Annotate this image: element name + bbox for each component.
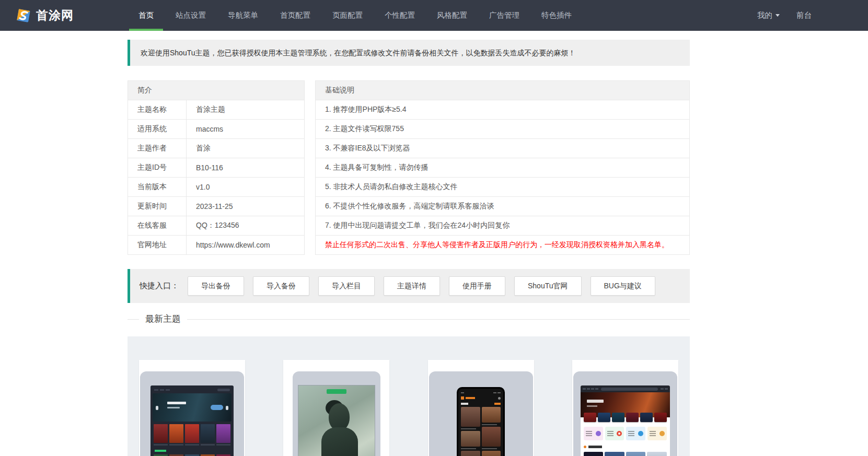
nav-item-1[interactable]: 站点设置 [165,0,217,31]
nav-menu: 首页站点设置导航菜单首页配置页面配置个性配置风格配置广告管理特色插件 [128,0,583,31]
notes-row-5: 6. 不提供个性化修改服务，高端定制请联系客服洽谈 [316,197,690,216]
device-frame-tablet-light [573,371,677,456]
quick-entry-bar: 快捷入口： 导出备份导入备份导入栏目主题详情使用手册ShouTu官网BUG与建议 [128,269,690,303]
quick-entry-label: 快捷入口： [140,281,179,291]
preview-art: 主题名称首涂主题适用系统maccms主题作者首涂主题ID号B10-116当前版本… [128,100,305,255]
quick-button-6[interactable]: BUG与建议 [591,276,655,296]
intro-label: 主题ID号 [128,158,187,178]
intro-row-1: 适用系统maccms [128,120,305,139]
intro-label: 当前版本 [128,178,187,197]
preview-art [153,388,232,392]
notes-table-header: 基础说明 [316,81,690,100]
quick-button-3[interactable]: 主题详情 [384,276,440,296]
nav-item-3[interactable]: 首页配置 [269,0,321,31]
notes-row-0: 1. 推荐使用PHP版本≥5.4 [316,100,690,120]
preview-art [482,424,497,425]
intro-value: 2023-11-25 [187,197,305,216]
intro-value: 首涂 [187,139,305,158]
preview-art: 1. 推荐使用PHP版本≥5.42. 主题文件读写权限7553. 不兼容IE8及… [316,100,690,255]
intro-value: 首涂主题 [187,100,305,120]
preview-art [153,393,232,422]
nav-item-0[interactable]: 首页 [128,0,165,31]
nav-item-4[interactable]: 页面配置 [321,0,374,31]
nav-item-6[interactable]: 风格配置 [426,0,478,31]
notes-row-1: 2. 主题文件读写权限755 [316,120,690,139]
preview-art [628,433,634,434]
preview-art [329,403,350,430]
preview-art [201,424,215,443]
preview-art [482,451,501,456]
preview-art [211,405,223,410]
intro-value: https://www.dkewl.com [187,236,305,255]
preview-art [457,387,505,456]
preview-art [153,444,232,446]
logo-icon [16,8,31,24]
theme-card-0[interactable] [139,360,245,456]
preview-art [595,388,598,390]
preview-art: 基础说明 [316,81,690,100]
logo[interactable]: 首涂网 [16,0,74,31]
preview-art [650,433,656,434]
preview-art [169,444,183,446]
preview-art [586,431,592,436]
preview-art [596,431,601,436]
intro-table: 简介 主题名称首涂主题适用系统maccms主题作者首涂主题ID号B10-116当… [128,80,305,255]
intro-label: 主题作者 [128,139,187,158]
preview-art [640,413,653,422]
nav-item-8[interactable]: 特色插件 [530,0,583,31]
preview-art [466,397,475,399]
preview-art [617,431,622,436]
preview-art [586,433,592,434]
preview-art [626,427,645,440]
preview-art [226,406,228,410]
preview-art [628,431,634,432]
preview-art [665,388,668,390]
device-frame-player [293,371,380,456]
quick-button-2[interactable]: 导入栏目 [318,276,375,296]
intro-value: maccms [187,120,305,139]
logo-text: 首涂网 [36,7,74,24]
preview-art [598,413,610,422]
quick-button-0[interactable]: 导出备份 [188,276,244,296]
preview-art [185,444,199,446]
intro-label: 更新时间 [128,197,187,216]
preview-art [461,407,480,427]
preview-art [461,403,468,405]
quick-button-4[interactable]: 使用手册 [449,276,505,296]
nav-front-link[interactable]: 前台 [796,10,812,20]
preview-art [461,403,501,405]
theme-card-1[interactable] [283,360,389,456]
preview-art [612,413,624,422]
notes-text: 4. 主题具备可复制性，请勿传播 [316,158,690,178]
nav-my-dropdown[interactable]: 我的 [757,10,780,20]
preview-art [201,444,215,446]
intro-table-header: 简介 [128,81,305,100]
preview-art [482,448,497,449]
preview-art [638,431,643,436]
intro-label: 适用系统 [128,120,187,139]
quick-button-5[interactable]: ShouTu官网 [514,276,582,296]
nav-item-5[interactable]: 个性配置 [374,0,426,31]
quick-button-1[interactable]: 导入备份 [253,276,309,296]
info-tables: 简介 主题名称首涂主题适用系统maccms主题作者首涂主题ID号B10-116当… [128,80,690,255]
notes-row-3: 4. 主题具备可复制性，请勿传播 [316,158,690,178]
preview-art [167,407,180,408]
nav-item-7[interactable]: 广告管理 [478,0,530,31]
intro-label: 主题名称 [128,100,187,120]
preview-art [217,389,230,391]
preview-art [586,435,592,436]
preview-art: 最新主题 [139,313,187,325]
preview-art [17,9,30,22]
intro-row-6: 在线客服QQ：123456 [128,216,305,236]
preview-art [321,427,358,456]
preview-art [591,388,594,390]
preview-art [605,452,624,456]
notes-text: 6. 不提供个性化修改服务，高端定制请联系客服洽谈 [316,197,690,216]
preview-art [461,407,501,456]
intro-value: B10-116 [187,158,305,178]
nav-item-2[interactable]: 导航菜单 [217,0,269,31]
theme-card-3[interactable] [572,360,678,456]
preview-art [659,431,665,436]
preview-art [647,452,667,456]
theme-card-2[interactable] [428,360,534,456]
